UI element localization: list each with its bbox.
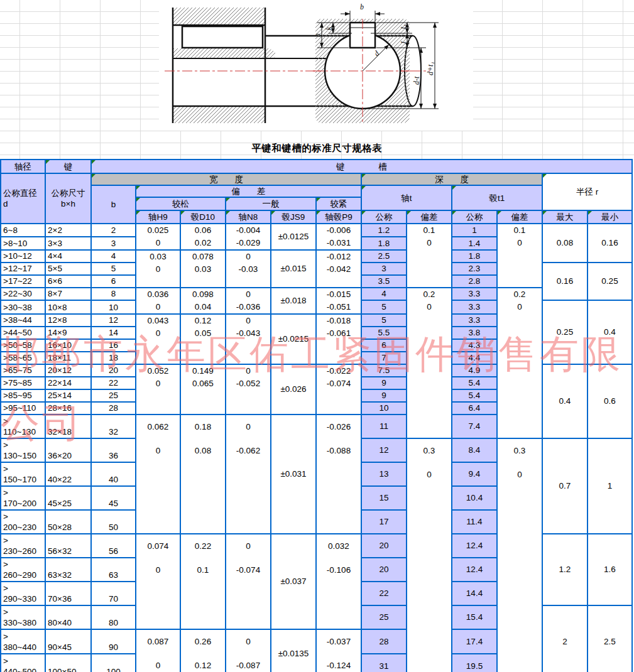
- cell-h9: 0.0250: [136, 224, 180, 250]
- cell-r-min: 0.4: [588, 300, 632, 364]
- cell-n8: 0-0.087: [226, 629, 271, 672]
- cell-t1: 11.4: [452, 510, 497, 534]
- cell-b: 3: [91, 237, 136, 250]
- header-shaft-dia: 轴径: [1, 160, 45, 173]
- cell-d-range: 6~8: [1, 224, 45, 237]
- cell-t: 1.8: [361, 237, 407, 250]
- cell-js9: ±0.015: [271, 250, 316, 288]
- dim-label-b: b: [360, 3, 364, 11]
- cell-js9: ±0.0135: [271, 629, 316, 672]
- header-shaft-n8: 轴N8: [226, 210, 271, 224]
- cell-bh: 70×36: [45, 582, 91, 605]
- cell-bh: 80×40: [45, 605, 91, 629]
- header-deviation: 偏 差: [136, 185, 361, 197]
- cell-b: 14: [91, 327, 136, 339]
- header-shaft-hub-p9: 轴毂P9: [316, 210, 361, 224]
- cell-b: 8: [91, 288, 136, 300]
- cell-t-dev: 0.10: [407, 224, 452, 288]
- cell-b: 56: [91, 534, 136, 558]
- cell-t1: 9.4: [452, 462, 497, 486]
- cell-bh: 6×6: [45, 275, 91, 288]
- cell-bh: 22×14: [45, 377, 91, 389]
- header-shaft-h9: 轴H9: [136, 210, 180, 224]
- cell-t1: 1.8: [452, 250, 497, 263]
- cell-t1: 3.3: [452, 300, 497, 314]
- cell-h9: 0.0520: [136, 364, 180, 415]
- cell-n8: 0-0.052: [226, 364, 271, 415]
- cell-d-range: > 150~170: [1, 462, 45, 486]
- cell-t1: 12.4: [452, 558, 497, 582]
- cell-bh: 2×2: [45, 224, 91, 237]
- cell-b: 20: [91, 364, 136, 377]
- cell-bh: 16×10: [45, 339, 91, 352]
- cell-b: 16: [91, 339, 136, 352]
- cell-t1-dev: 0.10: [497, 224, 542, 288]
- dim-label-k: k: [324, 26, 333, 30]
- cell-b: 45: [91, 486, 136, 510]
- cell-t1-dev: 0.30: [497, 438, 542, 672]
- cell-p9: -0.015-0.051: [316, 288, 361, 314]
- cell-t: 3.5: [361, 275, 407, 288]
- cell-d-range: >50~58: [1, 339, 45, 352]
- cell-t: 20: [361, 534, 407, 558]
- cell-d-range: >75~85: [1, 377, 45, 389]
- cell-bh: 5×5: [45, 263, 91, 275]
- cell-n8: 0-0.036: [226, 288, 271, 314]
- cell-bh: 36×20: [45, 438, 91, 462]
- cell-r-max: 0.16: [542, 263, 588, 300]
- cell-bh: 8×7: [45, 288, 91, 300]
- cell-bh: 32×18: [45, 415, 91, 438]
- header-t-dev: 偏差: [407, 210, 452, 224]
- header-r-max: 最大: [542, 210, 588, 224]
- cell-t1: 6.4: [452, 402, 497, 415]
- cell-h9: 0.0360: [136, 288, 180, 314]
- cell-d-range: >65~75: [1, 364, 45, 377]
- cell-b: 32: [91, 415, 136, 438]
- cell-b: 90: [91, 629, 136, 654]
- cell-n8: 0-0.062: [226, 415, 271, 534]
- cell-b: 50: [91, 510, 136, 534]
- cell-b: 22: [91, 377, 136, 389]
- cell-bh: 3×3: [45, 237, 91, 250]
- cell-d-range: >30~38: [1, 300, 45, 314]
- cell-p9: -0.022-0.074: [316, 364, 361, 415]
- cell-d-range: >58~65: [1, 352, 45, 364]
- cell-bh: 50×28: [45, 510, 91, 534]
- cell-t: 7.5: [361, 364, 407, 377]
- cell-b: 40: [91, 462, 136, 486]
- cell-p9: -0.037-0.124: [316, 629, 361, 672]
- cell-bh: 18×11: [45, 352, 91, 364]
- header-shaft-t: 轴t: [361, 185, 452, 210]
- cell-t1: 3.3: [452, 314, 497, 327]
- cell-r-max: 0.4: [542, 364, 588, 438]
- cell-d-range: > 330~380: [1, 605, 45, 629]
- cell-t-dev: 0.30: [407, 438, 452, 672]
- key-keyway-spec-table: 轴径 键 键 槽 公称直径 d 公称尺寸 b×h 宽 度 深 度 半径 r b …: [0, 159, 633, 672]
- cell-bh: 45×25: [45, 486, 91, 510]
- header-radius: 半径 r: [542, 173, 632, 210]
- table-row: >22~30 8×7 8 0.0360 0.0980.04 0-0.036 ±0…: [1, 288, 632, 300]
- cell-h9: 0.0740: [136, 534, 180, 629]
- cell-t1-dev: 0.20: [497, 288, 542, 438]
- cell-h9: 0.0870: [136, 629, 180, 672]
- header-width: 宽 度: [91, 173, 361, 185]
- cell-t: 10: [361, 402, 407, 415]
- cell-t: 28: [361, 629, 407, 654]
- cell-b: 63: [91, 558, 136, 582]
- cell-b: 36: [91, 438, 136, 462]
- cell-t: 7: [361, 352, 407, 364]
- header-hub-t1: 毂t1: [452, 185, 542, 210]
- cell-b: 25: [91, 389, 136, 402]
- cell-d-range: >8~10: [1, 237, 45, 250]
- cell-js9: ±0.0125: [271, 224, 316, 250]
- cell-p9: -0.006-0.031: [316, 224, 361, 250]
- cell-n8: 0-0.043: [226, 314, 271, 364]
- cell-d-range: >12~17: [1, 263, 45, 275]
- cell-t: 4: [361, 288, 407, 300]
- cell-bh: 40×22: [45, 462, 91, 486]
- header-loose: 较松: [136, 197, 226, 210]
- cell-d10: 0.120.05: [180, 314, 226, 364]
- dim-label-d-minus-t: d-t: [412, 76, 421, 85]
- cell-h9: 0.030: [136, 250, 180, 288]
- cell-t: 15: [361, 486, 407, 510]
